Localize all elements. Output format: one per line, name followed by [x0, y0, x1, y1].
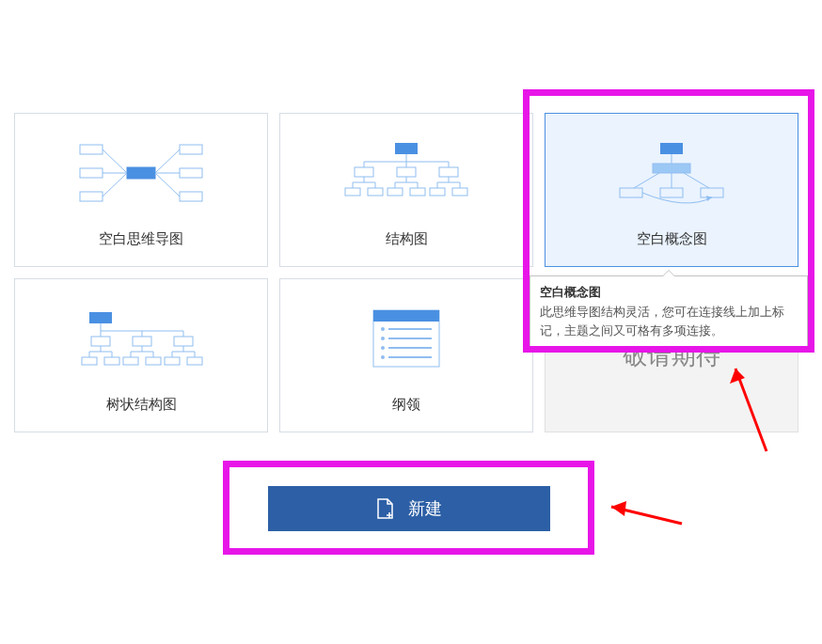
svg-rect-78 — [373, 310, 439, 322]
svg-line-91 — [611, 507, 682, 524]
new-button[interactable]: 新建 — [268, 486, 550, 531]
svg-marker-49 — [706, 196, 712, 201]
template-card-concept[interactable]: 空白概念图 — [545, 113, 798, 267]
svg-rect-76 — [187, 357, 202, 365]
template-tooltip: 空白概念图 此思维导图结构灵活，您可在连接线上加上标记，主题之间又可格有多项连接… — [530, 275, 808, 348]
template-label: 空白思维导图 — [99, 225, 183, 259]
svg-rect-5 — [180, 168, 202, 178]
svg-rect-50 — [89, 312, 112, 323]
template-thumb-tree — [15, 287, 267, 390]
svg-rect-1 — [80, 145, 103, 154]
annotation-arrow-2 — [602, 494, 687, 531]
svg-rect-40 — [660, 143, 683, 154]
svg-rect-56 — [91, 337, 110, 346]
svg-rect-75 — [165, 357, 180, 365]
new-file-icon — [376, 498, 395, 519]
template-card-mindmap[interactable]: 空白思维导图 — [14, 113, 268, 267]
svg-rect-63 — [82, 357, 97, 365]
template-card-outline[interactable]: 纲领 — [279, 278, 533, 432]
svg-line-12 — [155, 173, 180, 196]
svg-rect-47 — [660, 188, 683, 197]
template-label: 纲领 — [392, 390, 420, 425]
svg-line-7 — [103, 149, 127, 173]
svg-line-45 — [684, 173, 709, 188]
template-thumb-mindmap — [15, 121, 267, 225]
svg-rect-69 — [123, 357, 138, 365]
svg-rect-2 — [80, 168, 103, 178]
svg-point-79 — [381, 327, 385, 331]
svg-point-83 — [381, 346, 385, 350]
svg-rect-64 — [104, 357, 119, 365]
svg-marker-92 — [611, 501, 626, 516]
svg-rect-20 — [397, 167, 416, 177]
svg-rect-26 — [345, 188, 360, 196]
svg-rect-4 — [180, 145, 202, 154]
svg-rect-46 — [620, 188, 642, 197]
svg-line-10 — [155, 149, 180, 173]
template-label: 树状结构图 — [106, 390, 177, 425]
svg-rect-21 — [439, 167, 458, 177]
svg-point-81 — [381, 337, 385, 340]
template-thumb-outline — [280, 287, 532, 390]
svg-rect-42 — [653, 164, 690, 173]
svg-rect-13 — [395, 143, 418, 154]
svg-rect-57 — [133, 337, 151, 346]
svg-rect-39 — [452, 188, 467, 196]
svg-rect-0 — [127, 167, 155, 179]
svg-rect-27 — [368, 188, 383, 196]
tooltip-body: 此思维导图结构灵活，您可在连接线上加上标记，主题之间又可格有多项连接。 — [540, 303, 798, 339]
svg-rect-6 — [180, 192, 202, 201]
template-thumb-concept — [545, 121, 798, 225]
template-label: 结构图 — [386, 225, 428, 259]
template-label: 空白概念图 — [637, 225, 707, 259]
svg-line-43 — [634, 173, 659, 188]
svg-rect-38 — [430, 188, 445, 196]
template-card-structure[interactable]: 结构图 — [279, 113, 533, 267]
template-thumb-structure — [280, 121, 532, 225]
svg-rect-70 — [146, 357, 161, 365]
template-card-tree[interactable]: 树状结构图 — [14, 278, 268, 432]
new-button-label: 新建 — [408, 497, 442, 520]
svg-point-85 — [381, 355, 385, 359]
tooltip-title: 空白概念图 — [540, 284, 798, 301]
svg-rect-32 — [387, 188, 403, 196]
svg-rect-33 — [410, 188, 425, 196]
svg-rect-19 — [355, 167, 373, 177]
svg-rect-58 — [174, 337, 193, 346]
svg-line-9 — [103, 173, 127, 196]
svg-rect-3 — [80, 192, 103, 201]
svg-rect-48 — [701, 188, 723, 197]
